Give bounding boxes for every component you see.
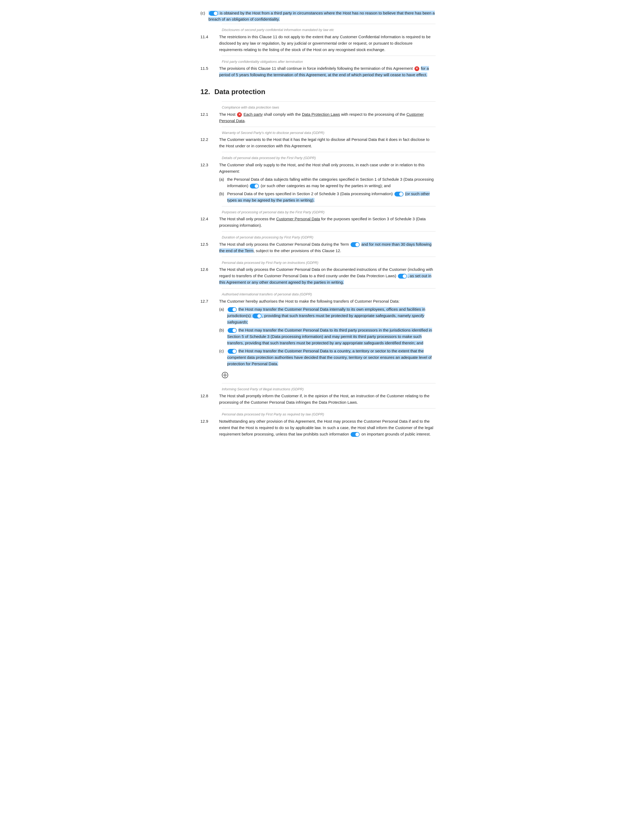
divider-10 xyxy=(222,383,436,384)
clause-c-label: (c) xyxy=(200,10,208,22)
clause-c-body: is obtained by the Host from a third par… xyxy=(208,10,436,22)
clause-11-5: 11.5 The provisions of this Clause 11 sh… xyxy=(200,65,436,78)
clause-12-7-a: (a) the Host may transfer the Customer P… xyxy=(219,306,436,325)
clause-12-7-c-label: (c) xyxy=(219,348,227,367)
toggle-12-9[interactable] xyxy=(351,432,360,437)
add-item-icon-container[interactable] xyxy=(200,370,436,381)
clause-12-6-body: The Host shall only process the Customer… xyxy=(219,266,436,286)
clause-12-7-body: The Customer hereby authorises the Host … xyxy=(219,298,436,367)
label-purposes: Purposes of processing of personal data … xyxy=(200,210,436,215)
label-duration: Duration of personal data processing by … xyxy=(200,235,436,240)
toggle-c[interactable] xyxy=(209,11,218,16)
label-instructions: Personal data processed by First Party o… xyxy=(200,260,436,265)
divider-7 xyxy=(222,231,436,232)
clause-11-4: 11.4 The restrictions in this Clause 11 … xyxy=(200,34,436,53)
clause-12-2-body: The Customer warrants to the Host that i… xyxy=(219,136,436,149)
divider-8 xyxy=(222,257,436,257)
label-international: Authorised international transfers of pe… xyxy=(200,292,436,297)
clause-12-5-num: 12.5 xyxy=(200,241,219,254)
divider-11 xyxy=(222,408,436,409)
clause-12-4: 12.4 The Host shall only process the Cus… xyxy=(200,216,436,229)
clause-12-9-body: Notwithstanding any other provision of t… xyxy=(219,418,436,437)
clause-12-5: 12.5 The Host shall only process the Cus… xyxy=(200,241,436,254)
clause-12-3-body: The Customer shall only supply to the Ho… xyxy=(219,162,436,204)
data-protection-laws-text: Data Protection Laws xyxy=(302,112,340,117)
clause-c-intro: (c) is obtained by the Host from a third… xyxy=(200,10,436,22)
label-compliance: Compliance with data protection laws xyxy=(200,105,436,110)
clause-12-1-body: The Host ✕ Each party shall comply with … xyxy=(219,111,436,124)
clause-12-1: 12.1 The Host ✕ Each party shall comply … xyxy=(200,111,436,124)
clause-12-7-c-body: the Host may transfer the Customer Perso… xyxy=(227,348,436,367)
clause-12-7-b: (b) the Host may transfer the Customer P… xyxy=(219,327,436,346)
label-first-party-conf: First party confidentiality obligations … xyxy=(200,59,436,65)
clause-12-7-num: 12.7 xyxy=(200,298,219,367)
clause-12-4-num: 12.4 xyxy=(200,216,219,229)
clause-12-3-num: 12.3 xyxy=(200,162,219,204)
toggle-12-7-b[interactable] xyxy=(228,328,237,333)
label-warranty: Warranty of Second Party's right to disc… xyxy=(200,130,436,136)
clause-12-9: 12.9 Notwithstanding any other provision… xyxy=(200,418,436,437)
clause-12-7-b-highlight: the Host may transfer the Customer Perso… xyxy=(227,328,432,345)
clause-12-3: 12.3 The Customer shall only supply to t… xyxy=(200,162,436,204)
label-personal-data-law: Personal data processed by First Party a… xyxy=(200,412,436,417)
clause-11-5-highlight: for a period of 5 years following the te… xyxy=(219,66,429,77)
clause-12-2-num: 12.2 xyxy=(200,136,219,149)
clause-12-8-body: The Host shall promptly inform the Custo… xyxy=(219,393,436,406)
section-12-num: 12. xyxy=(200,87,210,97)
clause-12-1-num: 12.1 xyxy=(200,111,219,124)
toggle-12-7-c[interactable] xyxy=(228,349,237,354)
each-party-text: Each party xyxy=(244,112,263,117)
toggle-12-3-b[interactable] xyxy=(394,192,403,196)
clause-12-2: 12.2 The Customer warrants to the Host t… xyxy=(200,136,436,149)
label-informing: Informing Second Party of illegal instru… xyxy=(200,387,436,392)
clause-12-3-a-body: the Personal Data of data subjects falli… xyxy=(227,176,436,189)
clause-12-3-a-label: (a) xyxy=(219,176,227,189)
toggle-12-6[interactable] xyxy=(398,274,407,279)
clause-12-7-a-label: (a) xyxy=(219,306,227,325)
clause-12-8-num: 12.8 xyxy=(200,393,219,406)
toggle-12-7-a2[interactable] xyxy=(252,314,261,318)
document-container: (c) is obtained by the Host from a third… xyxy=(200,10,436,437)
clause-12-3-b-label: (b) xyxy=(219,191,227,204)
clause-12-5-highlight: and for not more than 30 days following … xyxy=(219,242,431,253)
clause-12-3-a: (a) the Personal Data of data subjects f… xyxy=(219,176,436,189)
clause-12-8: 12.8 The Host shall promptly inform the … xyxy=(200,393,436,406)
section-12-title: Data protection xyxy=(214,87,265,97)
delete-icon-12-1[interactable]: ✕ xyxy=(237,112,242,117)
clause-12-3-b-body: Personal Data of the types specified in … xyxy=(227,191,436,204)
customer-personal-data-12-4: Customer Personal Data xyxy=(276,216,320,221)
divider-9 xyxy=(222,288,436,289)
label-details-personal: Details of personal data processed by th… xyxy=(200,155,436,161)
toggle-12-5[interactable] xyxy=(351,242,360,247)
clause-11-5-num: 11.5 xyxy=(200,65,219,78)
clause-12-5-body: The Host shall only process the Customer… xyxy=(219,241,436,254)
toggle-12-7-a1[interactable] xyxy=(228,307,237,312)
clause-11-4-body: The restrictions in this Clause 11 do no… xyxy=(219,34,436,53)
delete-icon-11-5[interactable]: ✕ xyxy=(414,66,419,71)
clause-12-3-b: (b) Personal Data of the types specified… xyxy=(219,191,436,204)
section-12-header: 12. Data protection xyxy=(200,87,436,97)
toggle-12-3-a[interactable] xyxy=(250,184,259,188)
clause-12-7-b-body: the Host may transfer the Customer Perso… xyxy=(227,327,436,346)
clause-12-7-c-highlight: the Host may transfer the Customer Perso… xyxy=(227,349,431,366)
label-disclosures: Disclosures of second party confidential… xyxy=(200,27,436,33)
divider-2 xyxy=(222,55,436,56)
clause-12-6: 12.6 The Host shall only process the Cus… xyxy=(200,266,436,286)
clause-12-7: 12.7 The Customer hereby authorises the … xyxy=(200,298,436,367)
clause-11-5-body: The provisions of this Clause 11 shall c… xyxy=(219,65,436,78)
divider-3 xyxy=(222,101,436,102)
add-item-icon[interactable] xyxy=(222,372,228,378)
clause-12-6-num: 12.6 xyxy=(200,266,219,286)
clause-c-text: is obtained by the Host from a third par… xyxy=(208,11,435,21)
clause-12-7-b-label: (b) xyxy=(219,327,227,346)
clause-12-7-a-highlight: the Host may transfer the Customer Perso… xyxy=(227,307,425,324)
clause-12-9-num: 12.9 xyxy=(200,418,219,437)
clause-11-4-num: 11.4 xyxy=(200,34,219,53)
clause-12-7-c: (c) the Host may transfer the Customer P… xyxy=(219,348,436,367)
clause-12-7-a-body: the Host may transfer the Customer Perso… xyxy=(227,306,436,325)
divider-5 xyxy=(222,152,436,152)
clause-12-4-body: The Host shall only process the Customer… xyxy=(219,216,436,229)
